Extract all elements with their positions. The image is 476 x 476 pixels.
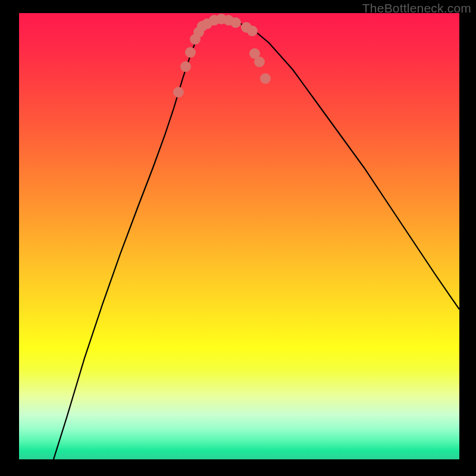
highlight-dots <box>173 14 271 98</box>
highlight-dot <box>185 47 196 58</box>
chart-svg <box>19 13 459 459</box>
highlight-dot <box>230 17 241 28</box>
highlight-dot <box>247 26 258 36</box>
chart-frame: TheBottleneck.com <box>0 0 476 476</box>
watermark-text: TheBottleneck.com <box>362 1 471 15</box>
highlight-dot <box>260 73 271 84</box>
bottleneck-curve <box>54 19 459 459</box>
highlight-dot <box>180 61 191 72</box>
plot-area <box>19 13 459 459</box>
highlight-dot <box>254 57 265 67</box>
highlight-dot <box>173 87 184 98</box>
